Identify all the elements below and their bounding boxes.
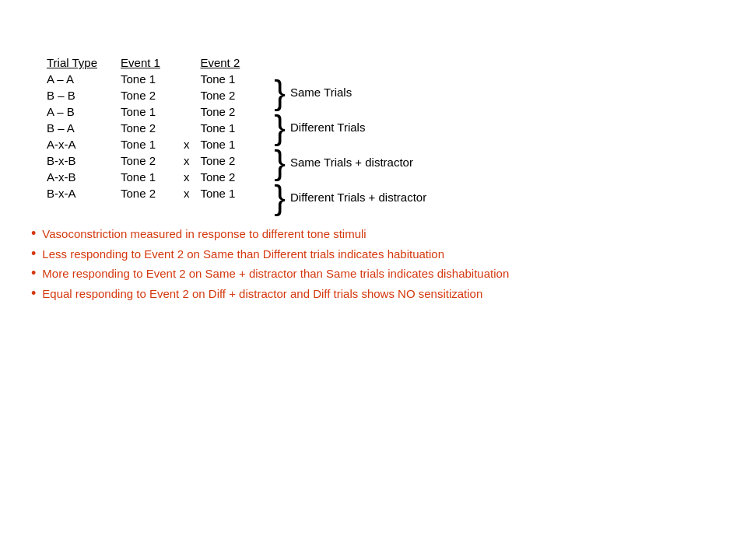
table-cell: B – A <box>47 120 121 136</box>
col-event2: Event 2 <box>200 54 263 71</box>
table-header-row: Trial Type Event 1 Event 2 <box>47 54 263 71</box>
table-cell: x <box>184 152 201 169</box>
table-cell: A – B <box>47 103 121 120</box>
table-cell: x <box>184 136 201 152</box>
bracket-label: Same Trials + distractor <box>290 156 413 169</box>
bullet-item: Vasoconstriction measured in response to… <box>31 226 724 243</box>
table-row: A-x-ATone 1xTone 1 <box>47 136 263 152</box>
bracket-group: }Different Trials <box>274 110 426 145</box>
page-container: Trial Type Event 1 Event 2 A – ATone 1To… <box>0 0 747 313</box>
table-cell: A-x-B <box>47 169 121 185</box>
table-cell: Tone 2 <box>121 152 184 169</box>
table-cell: B-x-A <box>47 185 121 201</box>
table-cell <box>184 120 201 136</box>
table-cell: Tone 1 <box>121 169 184 185</box>
table-cell: Tone 1 <box>200 185 263 201</box>
table-cell: Tone 2 <box>121 120 184 136</box>
table-cell <box>184 71 201 87</box>
table-row: B-x-ATone 2xTone 1 <box>47 185 263 201</box>
bracket-group: }Different Trials + distractor <box>274 180 426 215</box>
col-trial-type: Trial Type <box>47 54 121 71</box>
table-row: B – ATone 2Tone 1 <box>47 120 263 136</box>
table-cell: Tone 1 <box>200 120 263 136</box>
table-cell: Tone 1 <box>121 103 184 120</box>
table-row: B – BTone 2Tone 2 <box>47 87 263 103</box>
table-row: B-x-BTone 2xTone 2 <box>47 152 263 169</box>
bracket-label: Different Trials <box>290 121 365 134</box>
table-cell: Tone 1 <box>121 71 184 87</box>
table-cell: B – B <box>47 87 121 103</box>
bullet-item: Equal responding to Event 2 on Diff + di… <box>31 285 724 303</box>
bracket-symbol: } <box>274 110 286 145</box>
bracket-symbol: } <box>274 75 286 110</box>
subtitle <box>31 26 724 47</box>
bracket-symbol: } <box>274 145 286 180</box>
bullet-item: Less responding to Event 2 on Same than … <box>31 246 724 263</box>
table-cell: x <box>184 185 201 201</box>
bracket-group: }Same Trials <box>274 75 426 110</box>
table-cell: Tone 2 <box>200 169 263 185</box>
table-cell: Tone 1 <box>200 71 263 87</box>
col-event1: Event 1 <box>121 54 184 71</box>
table-cell: A – A <box>47 71 121 87</box>
brackets-wrapper: }Same Trials}Different Trials}Same Trial… <box>274 75 426 215</box>
table-cell <box>184 103 201 120</box>
table-cell: B-x-B <box>47 152 121 169</box>
table-cell: Tone 2 <box>200 87 263 103</box>
table-cell: Tone 2 <box>121 185 184 201</box>
table-cell <box>184 87 201 103</box>
table-cell: Tone 2 <box>200 152 263 169</box>
bracket-group: }Same Trials + distractor <box>274 145 426 180</box>
col-x-spacer <box>184 54 201 71</box>
table-cell: Tone 1 <box>121 136 184 152</box>
table-cell: A-x-A <box>47 136 121 152</box>
table-row: A-x-BTone 1xTone 2 <box>47 169 263 185</box>
table-cell: Tone 2 <box>200 103 263 120</box>
table-cell: x <box>184 169 201 185</box>
table-section: Trial Type Event 1 Event 2 A – ATone 1To… <box>47 54 724 215</box>
bullet-item: More responding to Event 2 on Same + dis… <box>31 265 724 282</box>
bullet-list: Vasoconstriction measured in response to… <box>31 226 724 302</box>
bracket-symbol: } <box>274 180 286 215</box>
bracket-label: Different Trials + distractor <box>290 191 426 204</box>
trial-table: Trial Type Event 1 Event 2 A – ATone 1To… <box>47 54 263 201</box>
table-row: A – ATone 1Tone 1 <box>47 71 263 87</box>
table-cell: Tone 2 <box>121 87 184 103</box>
table-cell: Tone 1 <box>200 136 263 152</box>
bracket-label: Same Trials <box>290 86 352 99</box>
table-row: A – BTone 1Tone 2 <box>47 103 263 120</box>
table-body: A – ATone 1Tone 1B – BTone 2Tone 2A – BT… <box>47 71 263 201</box>
